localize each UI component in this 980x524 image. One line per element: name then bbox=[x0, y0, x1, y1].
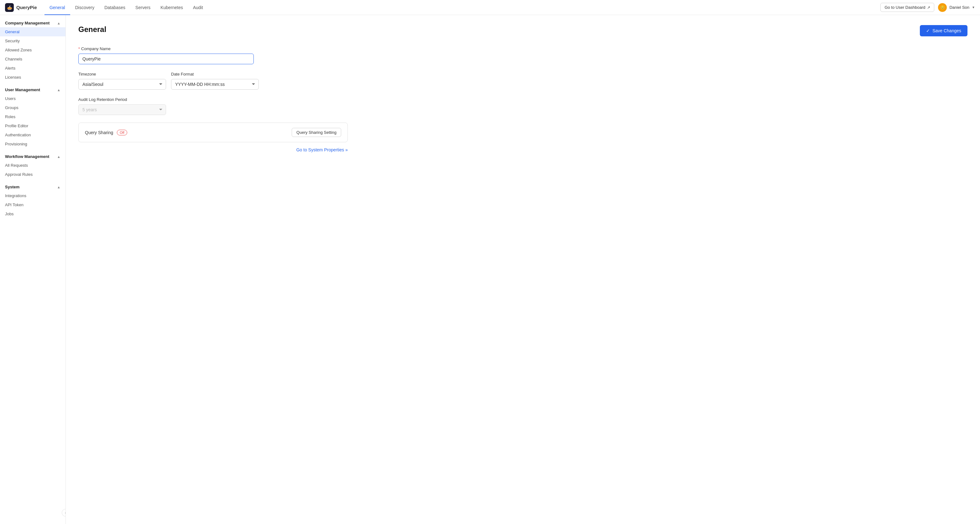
logo-icon: 🥧 bbox=[5, 3, 14, 12]
save-changes-label: Save Changes bbox=[932, 28, 961, 33]
main-header: General ✓ Save Changes bbox=[78, 25, 967, 37]
sidebar-collapse-button[interactable]: ‹ bbox=[62, 509, 66, 516]
company-name-label: * Company Name bbox=[78, 46, 967, 51]
company-name-label-text: Company Name bbox=[81, 46, 111, 51]
sidebar-item-integrations[interactable]: Integrations bbox=[0, 191, 65, 200]
sidebar-section-workflow-management[interactable]: Workflow Management ▲ bbox=[0, 151, 65, 161]
checkmark-icon: ✓ bbox=[926, 28, 930, 33]
sidebar-item-profile-editor[interactable]: Profile Editor bbox=[0, 121, 65, 131]
sidebar-section-workflow-management-label: Workflow Management bbox=[5, 154, 49, 159]
date-format-label: Date Format bbox=[171, 72, 259, 76]
system-properties-link[interactable]: Go to System Properties » bbox=[296, 147, 348, 152]
sidebar-item-allowed-zones[interactable]: Allowed Zones bbox=[0, 45, 65, 54]
user-menu[interactable]: 😊 Daniel Son ▼ bbox=[938, 3, 975, 12]
sidebar-item-all-requests[interactable]: All Requests bbox=[0, 161, 65, 170]
sidebar-section-system[interactable]: System ▲ bbox=[0, 182, 65, 191]
timezone-select[interactable]: Asia/Seoul bbox=[78, 79, 166, 90]
sidebar-item-jobs[interactable]: Jobs bbox=[0, 209, 65, 218]
sidebar-section-company-management-label: Company Management bbox=[5, 21, 49, 25]
sidebar-item-general[interactable]: General bbox=[0, 27, 65, 37]
sidebar-item-api-token[interactable]: API Token bbox=[0, 200, 65, 209]
timezone-dateformat-row: Timezone Asia/Seoul Date Format YYYY-MM-… bbox=[78, 72, 967, 90]
user-name: Daniel Son bbox=[949, 5, 969, 10]
go-to-dashboard-label: Go to User Dashboard bbox=[885, 5, 925, 10]
chevron-down-icon: ▼ bbox=[972, 6, 975, 9]
sidebar-item-users[interactable]: Users bbox=[0, 94, 65, 103]
sidebar-item-roles[interactable]: Roles bbox=[0, 112, 65, 121]
query-sharing-status-badge: Off bbox=[117, 130, 127, 135]
sidebar-section-system-label: System bbox=[5, 185, 19, 189]
query-sharing-setting-button[interactable]: Query Sharing Setting bbox=[292, 128, 341, 137]
nav-tabs: General Discovery Databases Servers Kube… bbox=[45, 0, 208, 15]
sidebar-item-provisioning[interactable]: Provisioning bbox=[0, 139, 65, 148]
timezone-group: Timezone Asia/Seoul bbox=[78, 72, 166, 90]
nav-tab-audit[interactable]: Audit bbox=[188, 0, 208, 15]
nav-tab-kubernetes[interactable]: Kubernetes bbox=[155, 0, 188, 15]
nav-tab-discovery[interactable]: Discovery bbox=[70, 0, 99, 15]
main-content: General ✓ Save Changes * Company Name Ti… bbox=[66, 15, 980, 524]
sidebar-item-groups[interactable]: Groups bbox=[0, 103, 65, 112]
system-properties-link-text: Go to System Properties bbox=[296, 147, 344, 152]
external-link-icon: ↗ bbox=[927, 5, 930, 10]
audit-log-select[interactable]: 5 years bbox=[78, 104, 166, 115]
sidebar-item-approval-rules[interactable]: Approval Rules bbox=[0, 170, 65, 179]
top-nav-right: Go to User Dashboard ↗ 😊 Daniel Son ▼ bbox=[880, 3, 975, 12]
company-name-input[interactable] bbox=[78, 54, 254, 64]
collapse-icon-system: ▲ bbox=[57, 185, 60, 189]
nav-tab-general[interactable]: General bbox=[45, 0, 70, 15]
layout: Company Management ▲ General Security Al… bbox=[0, 15, 980, 524]
query-sharing-label: Query Sharing bbox=[85, 130, 113, 135]
sidebar: Company Management ▲ General Security Al… bbox=[0, 15, 66, 524]
query-sharing-left: Query Sharing Off bbox=[85, 130, 127, 135]
collapse-icon-user: ▲ bbox=[57, 88, 60, 92]
company-name-group: * Company Name bbox=[78, 46, 967, 64]
query-sharing-card: Query Sharing Off Query Sharing Setting bbox=[78, 123, 348, 142]
sidebar-item-channels[interactable]: Channels bbox=[0, 54, 65, 64]
sidebar-section-company-management[interactable]: Company Management ▲ bbox=[0, 18, 65, 27]
audit-log-label: Audit Log Retention Period bbox=[78, 97, 967, 102]
timezone-label: Timezone bbox=[78, 72, 166, 76]
nav-tab-servers[interactable]: Servers bbox=[130, 0, 155, 15]
sidebar-item-authentication[interactable]: Authentication bbox=[0, 131, 65, 139]
chevron-right-icon: » bbox=[345, 147, 348, 152]
app-name: QueryPie bbox=[16, 5, 37, 10]
date-format-select[interactable]: YYYY-MM-DD HH:mm:ss bbox=[171, 79, 259, 90]
top-nav: 🥧 QueryPie General Discovery Databases S… bbox=[0, 0, 980, 15]
collapse-icon-workflow: ▲ bbox=[57, 155, 60, 159]
required-star: * bbox=[78, 46, 80, 51]
sidebar-item-licenses[interactable]: Licenses bbox=[0, 73, 65, 82]
audit-log-group: Audit Log Retention Period 5 years bbox=[78, 97, 967, 115]
avatar: 😊 bbox=[938, 3, 947, 12]
nav-tab-databases[interactable]: Databases bbox=[99, 0, 130, 15]
date-format-group: Date Format YYYY-MM-DD HH:mm:ss bbox=[171, 72, 259, 90]
sidebar-item-alerts[interactable]: Alerts bbox=[0, 64, 65, 73]
app-logo: 🥧 QueryPie bbox=[5, 3, 37, 12]
collapse-icon-company: ▲ bbox=[57, 21, 60, 25]
sidebar-section-user-management-label: User Management bbox=[5, 88, 40, 92]
go-to-dashboard-button[interactable]: Go to User Dashboard ↗ bbox=[880, 3, 934, 12]
save-changes-button[interactable]: ✓ Save Changes bbox=[920, 25, 967, 37]
sidebar-section-user-management[interactable]: User Management ▲ bbox=[0, 84, 65, 94]
sidebar-item-security[interactable]: Security bbox=[0, 37, 65, 45]
page-title: General bbox=[78, 25, 106, 34]
